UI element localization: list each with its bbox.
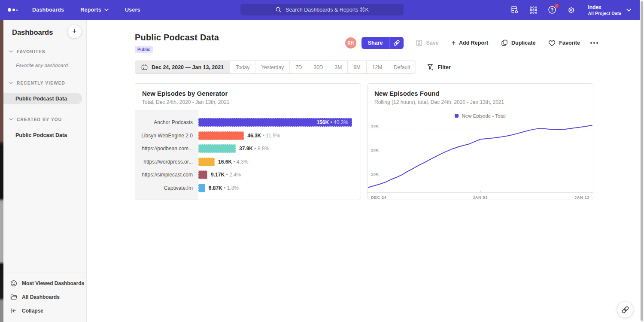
section-favorites[interactable]: FAVORITES [3, 48, 86, 55]
section-label: RECENTLY VIEWED [17, 81, 65, 85]
bar-category-label: https://podbean.com... [135, 146, 198, 152]
bar-category-label: Libsyn WebEngine 2.0 [135, 133, 198, 139]
date-range-label: Dec 24, 2020 — Jan 13, 2021 [152, 64, 224, 70]
heart-icon [548, 40, 556, 46]
card-header[interactable]: New Episodes by Generator Total, Dec 24t… [135, 84, 361, 110]
sidebar-item-public-podcast-data-created[interactable]: Public Podcast Data [3, 129, 82, 141]
chart-legend[interactable]: New Episode - Total [368, 110, 593, 121]
help-icon[interactable]: ? [547, 5, 557, 15]
bar-category-label: https://simplecast.com [135, 172, 198, 178]
scrollbar-thumb[interactable] [641, 1, 643, 321]
project-switcher[interactable]: Index All Project Data [588, 4, 631, 16]
favorite-label: Favorite [559, 40, 580, 46]
mixpanel-logo-icon[interactable] [8, 8, 18, 12]
sidebar-footer: Most Viewed Dashboards All Dashboards Co… [3, 273, 86, 322]
save-icon [416, 39, 422, 46]
chevron-down-icon [9, 50, 13, 53]
avatar[interactable]: RH [345, 37, 356, 49]
nav-dashboards-label: Dashboards [32, 7, 64, 13]
preset-7d[interactable]: 7D [290, 61, 308, 73]
date-range-control: Dec 24, 2020 — Jan 13, 2021 Today Yester… [135, 61, 416, 74]
filter-funnel-icon [427, 64, 434, 71]
copy-link-button[interactable] [389, 37, 404, 49]
duplicate-button[interactable]: Duplicate [501, 39, 535, 46]
link-icon [621, 306, 629, 314]
sidebar-item-label: Public Podcast Data [15, 132, 67, 138]
bar-row[interactable]: Anchor Podcasts 156K • 40.3% [135, 116, 361, 129]
legend-label: New Episode - Total [462, 113, 505, 118]
section-label: FAVORITES [17, 49, 46, 54]
preset-today[interactable]: Today [230, 61, 255, 73]
nav-dashboards[interactable]: Dashboards [32, 7, 64, 13]
filter-label: Filter [437, 64, 451, 70]
search-placeholder: Search Dashboards & Reports ⌘K [286, 6, 369, 13]
section-label: CREATED BY YOU [17, 117, 62, 122]
bar[interactable] [198, 131, 244, 140]
section-created-by-you[interactable]: CREATED BY YOU [3, 115, 86, 123]
preset-6m[interactable]: 6M [348, 61, 367, 73]
plus-icon: + [452, 40, 456, 46]
nav-reports[interactable]: Reports [80, 7, 109, 13]
bar[interactable] [198, 184, 205, 192]
all-dashboards-button[interactable]: All Dashboards [3, 290, 86, 304]
save-label: Save [426, 40, 438, 46]
filter-button[interactable]: Filter [427, 64, 451, 71]
x-tick-label: DEC 24 [371, 195, 386, 200]
date-range-button[interactable]: Dec 24, 2020 — Jan 13, 2021 [135, 61, 230, 73]
nav-users-label: Users [125, 7, 140, 13]
bar-row[interactable]: Libsyn WebEngine 2.0 46.3K • 11.9% [135, 129, 361, 143]
preset-default[interactable]: Default [388, 61, 416, 73]
add-report-button[interactable]: + Add Report [452, 40, 488, 46]
search-icon [275, 6, 282, 13]
line-chart: New Episode - Total 30K 20K 10K [368, 110, 593, 200]
bar[interactable] [198, 144, 236, 153]
bar[interactable]: 156K • 40.3% [198, 118, 352, 127]
bar-row[interactable]: https://podbean.com... 37.9K • 9.8% [135, 142, 361, 155]
project-name: Index [588, 4, 621, 11]
favorite-button[interactable]: Favorite [548, 40, 580, 46]
footer-item-label: Most Viewed Dashboards [22, 280, 84, 286]
chevron-down-icon [9, 118, 13, 121]
nav-users[interactable]: Users [125, 7, 140, 13]
most-viewed-dashboards-button[interactable]: Most Viewed Dashboards [3, 276, 86, 290]
plot-area[interactable]: 30K 20K 10K [368, 121, 593, 193]
top-navbar: Dashboards Reports Users Search Dashboar… [0, 0, 644, 20]
preset-yesterday[interactable]: Yesterday [255, 61, 290, 73]
more-icon [590, 42, 598, 44]
data-management-icon[interactable] [510, 5, 519, 15]
bar[interactable] [198, 158, 215, 166]
duplicate-label: Duplicate [511, 40, 535, 46]
main-content: Public Podcast Data Public RH Share Save… [87, 20, 644, 322]
share-link-fab[interactable] [617, 301, 633, 318]
card-header[interactable]: New Episodes Found Rolling (12 hours), t… [368, 84, 593, 110]
share-button[interactable]: Share [361, 37, 389, 49]
notification-dot [555, 4, 559, 8]
page-scrollbar [640, 0, 644, 322]
section-recently-viewed[interactable]: RECENTLY VIEWED [3, 79, 86, 87]
bar[interactable] [198, 170, 207, 179]
add-report-label: Add Report [459, 40, 488, 46]
search-input[interactable]: Search Dashboards & Reports ⌘K [240, 4, 404, 15]
preset-12m[interactable]: 12M [367, 61, 388, 73]
add-dashboard-button[interactable]: + [68, 25, 81, 38]
bar-row[interactable]: Captivate.fm 6.87K • 1.8% [135, 182, 361, 195]
save-button[interactable]: Save [416, 39, 438, 46]
collapse-icon [10, 307, 17, 314]
share-split-button: Share [361, 37, 404, 49]
smiley-icon [10, 280, 17, 287]
duplicate-icon [501, 39, 508, 46]
apps-grid-icon[interactable] [529, 5, 538, 15]
bar-row[interactable]: https://wordpress.or... 16.6K • 4.3% [135, 155, 361, 169]
collapse-sidebar-button[interactable]: Collapse [3, 304, 86, 318]
card-title: New Episodes by Generator [142, 90, 354, 97]
bar-row[interactable]: https://simplecast.com 9.17K • 2.4% [135, 168, 361, 182]
share-label: Share [368, 40, 383, 46]
calendar-icon [141, 64, 148, 70]
preset-30d[interactable]: 30D [308, 61, 329, 73]
sidebar-item-public-podcast-data[interactable]: Public Podcast Data [3, 93, 82, 104]
avatar-initials: RH [348, 41, 354, 46]
settings-gear-icon[interactable] [566, 5, 576, 15]
more-options-button[interactable] [590, 42, 598, 44]
footer-item-label: All Dashboards [22, 294, 60, 300]
preset-3m[interactable]: 3M [329, 61, 348, 73]
